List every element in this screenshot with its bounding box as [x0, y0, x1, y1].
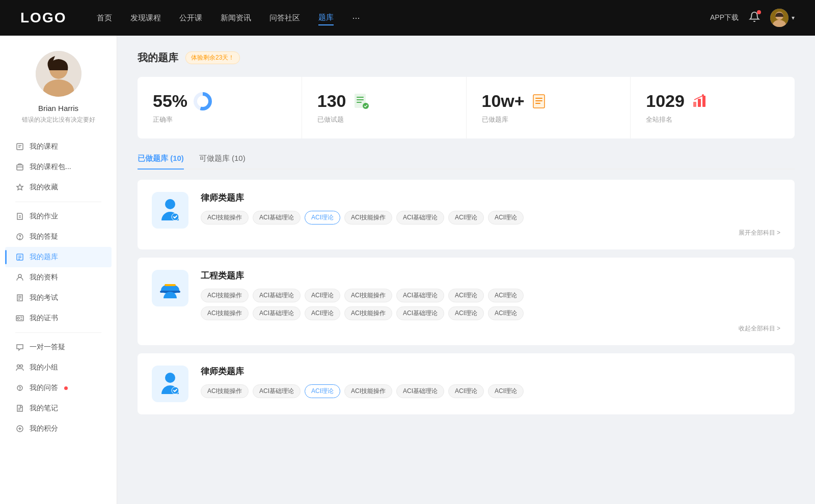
stat-done-questions-label: 已做试题	[317, 115, 451, 124]
qbank-engineer-icon	[152, 270, 188, 306]
eng-tag-5[interactable]: ACI理论	[448, 289, 484, 302]
eng-tag-r2-5[interactable]: ACI理论	[448, 306, 484, 320]
l2-tag-3[interactable]: ACI技能操作	[344, 384, 392, 398]
tag-4[interactable]: ACI基础理论	[396, 211, 444, 225]
eng-tag-r2-6[interactable]: ACI理论	[488, 306, 524, 320]
collapse-link-engineer[interactable]: 收起全部科目 >	[201, 324, 780, 333]
tag-6[interactable]: ACI理论	[488, 211, 524, 225]
eng-tag-4[interactable]: ACI基础理论	[396, 289, 444, 302]
svg-point-15	[20, 239, 20, 239]
svg-point-54	[165, 373, 175, 383]
course-icon	[15, 142, 24, 151]
stats-row: 55% 正确率 130	[138, 77, 795, 138]
qbank-title-lawyer-2: 律师类题库	[201, 366, 780, 377]
svg-rect-46	[698, 99, 701, 107]
eng-tag-r2-0[interactable]: ACI技能操作	[201, 306, 249, 320]
eng-tag-r2-4[interactable]: ACI基础理论	[396, 306, 444, 320]
stat-done-banks: 10w+ 已做题库	[467, 77, 631, 138]
svg-point-49	[165, 199, 175, 209]
app-download-link[interactable]: APP下载	[710, 13, 739, 22]
exam-icon	[15, 293, 24, 302]
sidebar-item-my-course-pkg[interactable]: 我的课程包...	[5, 157, 112, 177]
expand-link-lawyer-1[interactable]: 展开全部科目 >	[201, 229, 780, 237]
tab-done-banks[interactable]: 已做题库 (10)	[138, 154, 184, 169]
nav-news[interactable]: 新闻资讯	[221, 11, 251, 25]
stat-accuracy-label: 正确率	[153, 115, 286, 124]
nav-qa[interactable]: 问答社区	[269, 11, 300, 25]
nav-home[interactable]: 首页	[97, 11, 112, 25]
nav-more[interactable]: ···	[352, 13, 360, 23]
qbank-lawyer-icon-1	[152, 192, 188, 229]
sidebar-item-my-cert[interactable]: 我的证书	[5, 308, 112, 328]
main-nav: 首页 发现课程 公开课 新闻资讯 问答社区 题库 ···	[97, 11, 710, 25]
svg-point-25	[17, 317, 19, 319]
eng-tag-0[interactable]: ACI技能操作	[201, 289, 249, 302]
answers-icon	[15, 383, 24, 393]
sidebar-item-my-profile[interactable]: 我的资料	[5, 267, 112, 288]
l2-tag-4[interactable]: ACI基础理论	[396, 384, 444, 398]
sidebar-item-my-notes[interactable]: 我的笔记	[5, 398, 112, 418]
svg-point-28	[17, 365, 20, 368]
sidebar-avatar	[36, 51, 82, 97]
l2-tag-5[interactable]: ACI理论	[448, 384, 484, 398]
l2-tag-2[interactable]: ACI理论	[305, 384, 340, 398]
tag-1[interactable]: ACI基础理论	[253, 211, 301, 225]
eng-tag-r2-2[interactable]: ACI理论	[305, 306, 340, 320]
tab-available-banks[interactable]: 可做题库 (10)	[199, 154, 246, 169]
svg-rect-37	[357, 99, 364, 100]
homework-icon	[15, 212, 24, 221]
sidebar-item-my-course[interactable]: 我的课程	[5, 136, 112, 157]
sidebar-item-one-on-one[interactable]: 一对一答疑	[5, 337, 112, 357]
nav-qbank[interactable]: 题库	[318, 11, 334, 25]
sidebar-item-my-qbank[interactable]: 我的题库	[5, 247, 112, 267]
sidebar-item-my-group[interactable]: 我的小组	[5, 357, 112, 378]
qbank-body-lawyer-1: 律师类题库 ACI技能操作 ACI基础理论 ACI理论 ACI技能操作 ACI基…	[201, 192, 780, 237]
eng-tag-2[interactable]: ACI理论	[305, 289, 340, 302]
group-icon	[15, 363, 24, 372]
eng-tag-1[interactable]: ACI基础理论	[253, 289, 301, 302]
l2-tag-0[interactable]: ACI技能操作	[201, 384, 249, 398]
l2-tag-1[interactable]: ACI基础理论	[253, 384, 301, 398]
accuracy-pie-icon	[194, 92, 212, 110]
sidebar-item-my-homework[interactable]: 我的作业	[5, 206, 112, 227]
tag-2[interactable]: ACI理论	[305, 211, 340, 225]
nav-open-course[interactable]: 公开课	[179, 11, 202, 25]
tags-lawyer-2: ACI技能操作 ACI基础理论 ACI理论 ACI技能操作 ACI基础理论 AC…	[201, 384, 780, 398]
tags-engineer-row1: ACI技能操作 ACI基础理论 ACI理论 ACI技能操作 ACI基础理论 AC…	[201, 289, 780, 302]
qbank-card-lawyer-1: 律师类题库 ACI技能操作 ACI基础理论 ACI理论 ACI技能操作 ACI基…	[138, 180, 795, 249]
profile-motto: 错误的决定比没有决定要好	[12, 116, 105, 124]
header-avatar	[770, 9, 789, 27]
stat-rank: 1029 全站排名	[631, 77, 795, 138]
qbank-title-engineer: 工程类题库	[201, 270, 780, 282]
star-icon	[15, 183, 24, 192]
logo[interactable]: LOGO	[20, 10, 66, 26]
user-avatar-menu[interactable]: ▾	[770, 9, 795, 27]
tag-5[interactable]: ACI理论	[448, 211, 484, 225]
eng-tag-r2-1[interactable]: ACI基础理论	[253, 306, 301, 320]
sidebar-item-my-points[interactable]: 我的积分	[5, 418, 112, 439]
svg-rect-47	[702, 96, 705, 107]
profile-icon	[15, 273, 24, 282]
l2-tag-6[interactable]: ACI理论	[488, 384, 524, 398]
tag-3[interactable]: ACI技能操作	[344, 211, 392, 225]
header: LOGO 首页 发现课程 公开课 新闻资讯 问答社区 题库 ··· APP下载	[0, 0, 815, 36]
done-banks-icon	[531, 92, 549, 110]
package-icon	[15, 162, 24, 172]
eng-tag-r2-3[interactable]: ACI技能操作	[344, 306, 392, 320]
header-right: APP下载 ▾	[710, 9, 795, 27]
page-title: 我的题库	[138, 51, 178, 65]
svg-point-31	[20, 390, 20, 390]
eng-tag-6[interactable]: ACI理论	[488, 289, 524, 302]
sidebar-item-my-questions[interactable]: 我的答疑	[5, 227, 112, 247]
nav-discover[interactable]: 发现课程	[130, 11, 161, 25]
tag-0[interactable]: ACI技能操作	[201, 211, 249, 225]
sidebar-item-my-answers[interactable]: 我的问答	[5, 378, 112, 398]
notes-icon	[15, 404, 24, 413]
eng-tag-3[interactable]: ACI技能操作	[344, 289, 392, 302]
notification-bell[interactable]	[749, 11, 760, 24]
sidebar-item-my-favorites[interactable]: 我的收藏	[5, 177, 112, 198]
sidebar-item-my-exam[interactable]: 我的考试	[5, 288, 112, 308]
svg-rect-42	[535, 98, 542, 99]
svg-point-29	[20, 365, 23, 368]
svg-marker-11	[17, 184, 23, 190]
